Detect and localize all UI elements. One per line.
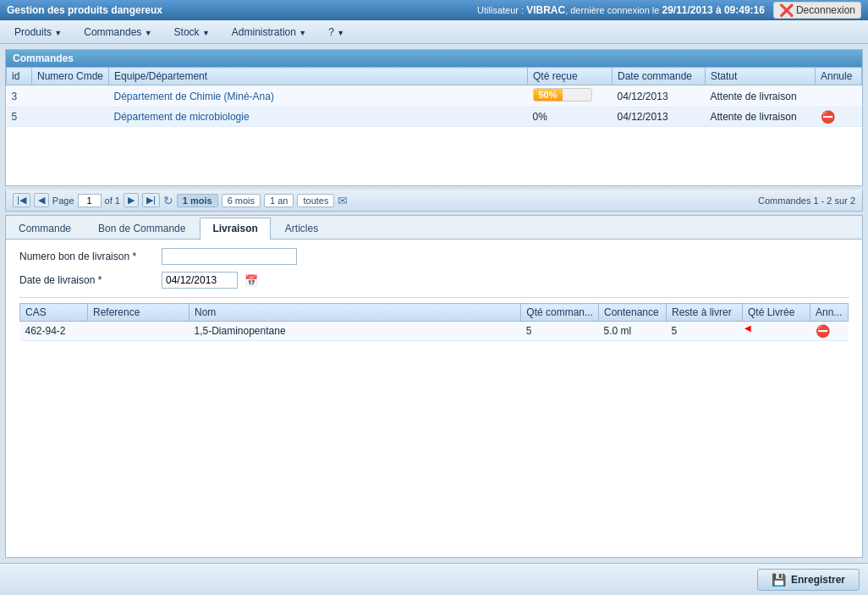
calendar-icon[interactable]: 📅: [244, 274, 258, 287]
main-content: Commandes id Numero Cmde Equipe/Départem…: [0, 44, 868, 595]
article-row[interactable]: 462-94-2 1,5-Diaminopentane 5 5.0 ml 5 ◀…: [20, 322, 849, 341]
col-annule: Annule: [816, 68, 862, 85]
nav-next-btn[interactable]: ▶: [124, 193, 139, 207]
disconnect-button[interactable]: ❌ Deconnexion: [773, 2, 861, 19]
page-input[interactable]: [78, 194, 102, 207]
save-button[interactable]: 💾 Enregistrer: [757, 569, 860, 591]
pagination-bar: |◀ ◀ Page of 1 ▶ ▶| ↻ 1 mois 6 mois 1 an…: [5, 190, 863, 212]
col-contenance: Contenance: [599, 304, 667, 322]
refresh-button[interactable]: ↻: [163, 194, 173, 207]
col-reste-livrer: Reste à livrer: [667, 304, 743, 322]
menu-stock[interactable]: Stock ▼: [167, 24, 217, 41]
col-statut: Statut: [706, 68, 816, 85]
row-qte: 0%: [528, 107, 613, 127]
tab-articles[interactable]: Articles: [272, 218, 331, 239]
col-date: Date commande: [613, 68, 706, 85]
row-qte: 50%: [528, 85, 613, 107]
numero-bon-row: Numero bon de livraison *: [19, 248, 849, 265]
col-numero: Numero Cmde: [32, 68, 109, 85]
tab-commande[interactable]: Commande: [6, 218, 84, 239]
date-livraison-label: Date de livraison *: [19, 274, 155, 286]
page-of: of 1: [105, 196, 120, 206]
commandes-table: id Numero Cmde Equipe/Département Qté re…: [6, 67, 862, 127]
row-id: 5: [7, 107, 32, 127]
date-livraison-input[interactable]: [162, 272, 238, 289]
title-bar: Gestion des produits dangereux Utilisate…: [0, 0, 868, 20]
commandes-table-container: id Numero Cmde Equipe/Département Qté re…: [6, 67, 862, 185]
col-ann: Ann...: [810, 304, 849, 322]
progress-fill: 50%: [534, 89, 563, 101]
nav-first-btn[interactable]: |◀: [13, 193, 30, 207]
numero-bon-input[interactable]: [162, 248, 297, 265]
art-contenance: 5.0 ml: [599, 322, 667, 341]
commandes-section-header: Commandes: [6, 50, 862, 67]
filter-1mois-btn[interactable]: 1 mois: [177, 194, 218, 207]
tabs-bar: Commande Bon de Commande Livraison Artic…: [6, 216, 862, 240]
col-qte: Qté reçue: [528, 68, 613, 85]
footer: 💾 Enregistrer: [0, 563, 868, 595]
menu-produits[interactable]: Produits ▼: [7, 24, 69, 41]
pagination-info: Commandes 1 - 2 sur 2: [758, 196, 855, 206]
col-nom: Nom: [190, 304, 521, 322]
row-equipe: Département de Chimie (Miné-Ana): [109, 85, 528, 107]
row-date: 04/12/2013: [613, 85, 706, 107]
user-info: Utilisateur : VIBRAC, dernière connexion…: [477, 4, 765, 16]
menu-commandes[interactable]: Commandes ▼: [76, 24, 159, 41]
menu-administration[interactable]: Administration ▼: [224, 24, 314, 41]
filter-toutes-btn[interactable]: toutes: [297, 194, 334, 207]
art-reference: [88, 322, 190, 341]
col-id: id: [7, 68, 32, 85]
col-qte-livree: Qté Livrée: [743, 304, 810, 322]
row-annule-icon[interactable]: ⛔: [816, 107, 862, 127]
row-date: 04/12/2013: [613, 107, 706, 127]
date-livraison-row: Date de livraison * 📅: [19, 272, 849, 289]
row-numero: [32, 85, 109, 107]
col-cas: CAS: [20, 304, 88, 322]
art-qte-commande: 5: [521, 322, 599, 341]
tabs-section: Commande Bon de Commande Livraison Artic…: [5, 215, 863, 558]
commandes-header-row: id Numero Cmde Equipe/Département Qté re…: [7, 68, 862, 85]
art-qte-livree[interactable]: ◀: [743, 322, 810, 341]
row-numero: [32, 107, 109, 127]
col-reference: Reference: [88, 304, 190, 322]
commandes-section: Commandes id Numero Cmde Equipe/Départem…: [5, 49, 863, 186]
nav-last-btn[interactable]: ▶|: [142, 193, 160, 207]
articles-table-section: CAS Reference Nom Qté comman... Contenan…: [19, 297, 849, 341]
articles-header-row: CAS Reference Nom Qté comman... Contenan…: [20, 304, 849, 322]
app-title: Gestion des produits dangereux: [7, 4, 162, 16]
articles-table: CAS Reference Nom Qté comman... Contenan…: [19, 303, 849, 341]
row-statut: Attente de livraison: [706, 107, 816, 127]
cancel-icon[interactable]: ⛔: [821, 110, 835, 124]
page-label: Page: [52, 196, 74, 206]
nav-prev-btn[interactable]: ◀: [34, 193, 49, 207]
menu-bar: Produits ▼ Commandes ▼ Stock ▼ Administr…: [0, 20, 868, 44]
col-equipe: Equipe/Département: [109, 68, 528, 85]
table-row[interactable]: 5 Département de microbiologie 0% 04/12/…: [7, 107, 862, 127]
table-row[interactable]: 3 Département de Chimie (Miné-Ana) 50% 0…: [7, 85, 862, 107]
row-annule: [816, 85, 862, 107]
art-reste: 5: [667, 322, 743, 341]
art-cas: 462-94-2: [20, 322, 88, 341]
col-qte-commande: Qté comman...: [521, 304, 599, 322]
art-nom: 1,5-Diaminopentane: [190, 322, 521, 341]
email-button[interactable]: ✉: [338, 194, 348, 207]
filter-6mois-btn[interactable]: 6 mois: [222, 194, 261, 207]
article-cancel-icon[interactable]: ⛔: [816, 324, 830, 338]
tab-livraison[interactable]: Livraison: [200, 218, 270, 240]
art-annule-icon[interactable]: ⛔: [810, 322, 849, 341]
numero-bon-label: Numero bon de livraison *: [19, 251, 155, 262]
row-id: 3: [7, 85, 32, 107]
row-equipe: Département de microbiologie: [109, 107, 528, 127]
disconnect-icon: ❌: [779, 3, 794, 17]
livraison-tab-content: Numero bon de livraison * Date de livrai…: [6, 240, 862, 350]
save-icon: 💾: [772, 573, 786, 587]
save-label: Enregistrer: [791, 574, 845, 586]
progress-bar: 50%: [533, 88, 592, 102]
tab-bon-de-commande[interactable]: Bon de Commande: [85, 218, 198, 239]
menu-help[interactable]: ? ▼: [321, 24, 352, 41]
filter-1an-btn[interactable]: 1 an: [264, 194, 294, 207]
row-statut: Attente de livraison: [706, 85, 816, 107]
